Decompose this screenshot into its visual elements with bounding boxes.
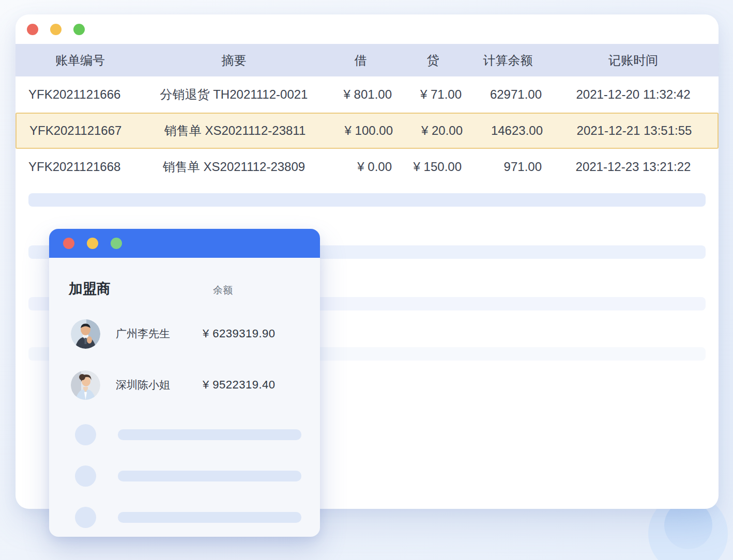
cell-bill-no: YFK2021121667 bbox=[17, 123, 146, 138]
cell-credit: ¥ 71.00 bbox=[398, 87, 468, 102]
franchisee-name: 广州李先生 bbox=[116, 326, 197, 341]
zoom-button[interactable] bbox=[73, 24, 85, 35]
skeleton-list-item bbox=[49, 424, 320, 445]
skeleton-line bbox=[118, 471, 301, 481]
popup-titlebar bbox=[49, 229, 320, 258]
header-credit: 贷 bbox=[398, 52, 468, 69]
window-titlebar bbox=[16, 14, 719, 44]
skeleton-list-item bbox=[49, 507, 320, 528]
franchisee-name: 深圳陈小姐 bbox=[116, 378, 197, 392]
table-row[interactable]: YFK2021121666 分销退货 TH2021112-0021 ¥ 801.… bbox=[16, 76, 719, 113]
cell-credit: ¥ 20.00 bbox=[399, 123, 469, 138]
skeleton-line bbox=[118, 429, 301, 440]
cell-balance: 971.00 bbox=[468, 160, 548, 174]
skeleton-avatar bbox=[75, 424, 96, 445]
skeleton-row-bar bbox=[28, 193, 706, 207]
cell-time: 2021-12-21 13:51:55 bbox=[549, 123, 720, 138]
popup-header-labels: 加盟商 余额 bbox=[49, 258, 320, 298]
cell-time: 2021-12-23 13:21:22 bbox=[548, 160, 719, 174]
bills-table: 账单编号 摘要 借 贷 计算余额 记账时间 YFK2021121666 分销退货… bbox=[16, 44, 719, 185]
man-avatar bbox=[71, 319, 100, 349]
header-debit: 借 bbox=[323, 52, 398, 69]
cell-summary: 分销退货 TH2021112-0021 bbox=[145, 86, 323, 103]
cell-debit: ¥ 100.00 bbox=[324, 123, 399, 138]
table-row-selected[interactable]: YFK2021121667 销售单 XS2021112-23811 ¥ 100.… bbox=[16, 113, 719, 149]
balance-column-label: 余额 bbox=[213, 284, 233, 297]
cell-balance: 14623.00 bbox=[469, 123, 549, 138]
popup-title: 加盟商 bbox=[69, 279, 111, 298]
close-button[interactable] bbox=[27, 24, 38, 35]
cell-bill-no: YFK2021121668 bbox=[16, 160, 145, 174]
cell-bill-no: YFK2021121666 bbox=[16, 87, 145, 102]
skeleton-line bbox=[118, 512, 301, 523]
header-summary: 摘要 bbox=[145, 52, 323, 69]
skeleton-avatar bbox=[75, 465, 96, 487]
minimize-button[interactable] bbox=[50, 24, 62, 35]
popup-close-button[interactable] bbox=[63, 238, 74, 249]
skeleton-list-item bbox=[49, 465, 320, 487]
franchisee-row[interactable]: 深圳陈小姐 ¥ 9522319.40 bbox=[49, 370, 320, 400]
cell-debit: ¥ 0.00 bbox=[323, 160, 398, 174]
popup-minimize-button[interactable] bbox=[87, 238, 98, 249]
cell-credit: ¥ 150.00 bbox=[398, 160, 468, 174]
cell-balance: 62971.00 bbox=[468, 87, 548, 102]
cell-time: 2021-12-20 11:32:42 bbox=[548, 87, 719, 102]
franchisee-popup: 加盟商 余额 广州李先生 ¥ 6239319.90 bbox=[49, 229, 320, 537]
woman-avatar bbox=[71, 370, 100, 400]
header-bill-no: 账单编号 bbox=[16, 52, 145, 69]
popup-zoom-button[interactable] bbox=[111, 238, 122, 249]
table-row[interactable]: YFK2021121668 销售单 XS2021112-23809 ¥ 0.00… bbox=[16, 149, 719, 185]
franchisee-row[interactable]: 广州李先生 ¥ 6239319.90 bbox=[49, 319, 320, 349]
skeleton-avatar bbox=[75, 507, 96, 528]
cell-summary: 销售单 XS2021112-23809 bbox=[145, 159, 323, 175]
franchisee-balance: ¥ 6239319.90 bbox=[203, 327, 276, 340]
header-time: 记账时间 bbox=[548, 52, 719, 69]
cell-debit: ¥ 801.00 bbox=[323, 87, 398, 102]
table-header-row: 账单编号 摘要 借 贷 计算余额 记账时间 bbox=[16, 44, 719, 76]
franchisee-balance: ¥ 9522319.40 bbox=[203, 378, 276, 392]
cell-summary: 销售单 XS2021112-23811 bbox=[146, 122, 324, 139]
header-balance: 计算余额 bbox=[468, 52, 548, 69]
